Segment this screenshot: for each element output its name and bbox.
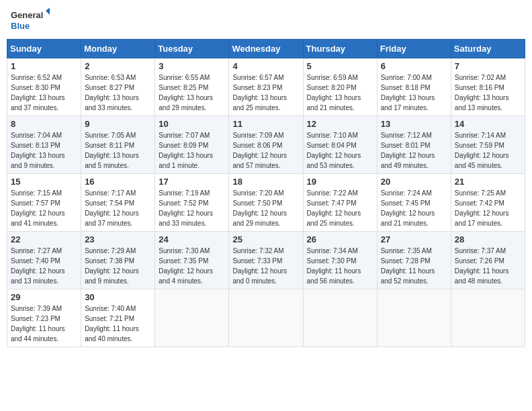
calendar-cell: 27Sunrise: 7:35 AMSunset: 7:28 PMDayligh… [377, 232, 451, 289]
day-info: Sunrise: 7:25 AMSunset: 7:42 PMDaylight:… [455, 188, 521, 228]
weekday-header-sunday: Sunday [7, 40, 81, 58]
day-number: 22 [11, 234, 77, 244]
calendar-cell: 12Sunrise: 7:10 AMSunset: 8:04 PMDayligh… [303, 116, 377, 174]
day-info: Sunrise: 7:35 AMSunset: 7:28 PMDaylight:… [381, 246, 447, 286]
day-info: Sunrise: 7:14 AMSunset: 7:59 PMDaylight:… [455, 130, 521, 171]
day-info: Sunrise: 7:02 AMSunset: 8:16 PMDaylight:… [455, 73, 521, 113]
day-info: Sunrise: 7:15 AMSunset: 7:57 PMDaylight:… [11, 188, 77, 228]
day-number: 16 [85, 177, 151, 187]
day-info: Sunrise: 6:53 AMSunset: 8:27 PMDaylight:… [85, 73, 151, 113]
calendar-table: SundayMondayTuesdayWednesdayThursdayFrid… [7, 39, 525, 347]
day-number: 30 [85, 292, 151, 302]
day-number: 25 [232, 234, 299, 244]
calendar-week-4: 22Sunrise: 7:27 AMSunset: 7:40 PMDayligh… [7, 232, 525, 289]
calendar-cell: 2Sunrise: 6:53 AMSunset: 8:27 PMDaylight… [81, 58, 155, 116]
calendar-cell: 20Sunrise: 7:24 AMSunset: 7:45 PMDayligh… [377, 174, 451, 232]
day-info: Sunrise: 7:05 AMSunset: 8:11 PMDaylight:… [85, 130, 151, 171]
day-number: 20 [381, 177, 447, 187]
day-number: 15 [11, 177, 77, 187]
day-number: 5 [307, 61, 373, 71]
calendar-cell: 19Sunrise: 7:22 AMSunset: 7:47 PMDayligh… [303, 174, 377, 232]
svg-marker-2 [46, 7, 50, 16]
day-number: 3 [159, 61, 225, 71]
day-info: Sunrise: 7:19 AMSunset: 7:52 PMDaylight:… [159, 188, 225, 228]
day-number: 23 [85, 234, 151, 244]
day-info: Sunrise: 7:40 AMSunset: 7:21 PMDaylight:… [85, 304, 151, 344]
day-info: Sunrise: 6:52 AMSunset: 8:30 PMDaylight:… [11, 73, 77, 113]
weekday-header-thursday: Thursday [303, 40, 377, 58]
day-number: 27 [381, 234, 447, 244]
day-info: Sunrise: 7:30 AMSunset: 7:35 PMDaylight:… [159, 246, 225, 286]
day-number: 9 [85, 119, 151, 129]
calendar-cell: 4Sunrise: 6:57 AMSunset: 8:23 PMDaylight… [229, 58, 303, 116]
calendar-cell: 17Sunrise: 7:19 AMSunset: 7:52 PMDayligh… [155, 174, 229, 232]
day-number: 24 [159, 234, 225, 244]
day-info: Sunrise: 7:24 AMSunset: 7:45 PMDaylight:… [381, 188, 447, 228]
calendar-cell: 8Sunrise: 7:04 AMSunset: 8:13 PMDaylight… [7, 116, 81, 174]
calendar-cell: 21Sunrise: 7:25 AMSunset: 7:42 PMDayligh… [451, 174, 525, 232]
day-info: Sunrise: 7:04 AMSunset: 8:13 PMDaylight:… [11, 130, 77, 171]
day-number: 2 [85, 61, 151, 71]
logo-svg: General Blue [9, 7, 50, 34]
calendar-cell: 15Sunrise: 7:15 AMSunset: 7:57 PMDayligh… [7, 174, 81, 232]
day-info: Sunrise: 6:57 AMSunset: 8:23 PMDaylight:… [232, 73, 299, 113]
day-info: Sunrise: 7:32 AMSunset: 7:33 PMDaylight:… [232, 246, 299, 286]
svg-text:Blue: Blue [11, 21, 30, 31]
calendar-cell: 28Sunrise: 7:37 AMSunset: 7:26 PMDayligh… [451, 232, 525, 289]
calendar-cell: 26Sunrise: 7:34 AMSunset: 7:30 PMDayligh… [303, 232, 377, 289]
logo: General Blue [9, 7, 50, 34]
day-info: Sunrise: 7:27 AMSunset: 7:40 PMDaylight:… [11, 246, 77, 286]
day-number: 14 [455, 119, 521, 129]
day-number: 13 [381, 119, 447, 129]
day-number: 12 [307, 119, 373, 129]
day-number: 11 [232, 119, 299, 129]
day-number: 10 [159, 119, 225, 129]
calendar-cell: 25Sunrise: 7:32 AMSunset: 7:33 PMDayligh… [229, 232, 303, 289]
calendar-week-3: 15Sunrise: 7:15 AMSunset: 7:57 PMDayligh… [7, 174, 525, 232]
day-info: Sunrise: 7:22 AMSunset: 7:47 PMDaylight:… [307, 188, 373, 228]
day-number: 7 [455, 61, 521, 71]
calendar-cell [229, 289, 303, 347]
day-info: Sunrise: 7:12 AMSunset: 8:01 PMDaylight:… [381, 130, 447, 171]
calendar-cell [303, 289, 377, 347]
day-info: Sunrise: 6:59 AMSunset: 8:20 PMDaylight:… [307, 73, 373, 113]
calendar-cell: 18Sunrise: 7:20 AMSunset: 7:50 PMDayligh… [229, 174, 303, 232]
calendar-cell: 30Sunrise: 7:40 AMSunset: 7:21 PMDayligh… [81, 289, 155, 347]
day-info: Sunrise: 7:17 AMSunset: 7:54 PMDaylight:… [85, 188, 151, 228]
day-number: 6 [381, 61, 447, 71]
calendar-cell: 14Sunrise: 7:14 AMSunset: 7:59 PMDayligh… [451, 116, 525, 174]
calendar-cell [377, 289, 451, 347]
calendar-week-1: 1Sunrise: 6:52 AMSunset: 8:30 PMDaylight… [7, 58, 525, 116]
weekday-header-tuesday: Tuesday [155, 40, 229, 58]
calendar-cell: 23Sunrise: 7:29 AMSunset: 7:38 PMDayligh… [81, 232, 155, 289]
weekday-header-wednesday: Wednesday [229, 40, 303, 58]
weekday-header-friday: Friday [377, 40, 451, 58]
calendar-cell: 16Sunrise: 7:17 AMSunset: 7:54 PMDayligh… [81, 174, 155, 232]
day-info: Sunrise: 6:55 AMSunset: 8:25 PMDaylight:… [159, 73, 225, 113]
weekday-header-row: SundayMondayTuesdayWednesdayThursdayFrid… [7, 40, 525, 58]
day-number: 18 [232, 177, 299, 187]
calendar-cell: 29Sunrise: 7:39 AMSunset: 7:23 PMDayligh… [7, 289, 81, 347]
calendar-cell: 1Sunrise: 6:52 AMSunset: 8:30 PMDaylight… [7, 58, 81, 116]
calendar-week-5: 29Sunrise: 7:39 AMSunset: 7:23 PMDayligh… [7, 289, 525, 347]
calendar-cell: 22Sunrise: 7:27 AMSunset: 7:40 PMDayligh… [7, 232, 81, 289]
day-number: 8 [11, 119, 77, 129]
calendar-cell: 6Sunrise: 7:00 AMSunset: 8:18 PMDaylight… [377, 58, 451, 116]
calendar-cell: 3Sunrise: 6:55 AMSunset: 8:25 PMDaylight… [155, 58, 229, 116]
calendar-cell: 24Sunrise: 7:30 AMSunset: 7:35 PMDayligh… [155, 232, 229, 289]
day-info: Sunrise: 7:39 AMSunset: 7:23 PMDaylight:… [11, 304, 77, 344]
day-info: Sunrise: 7:00 AMSunset: 8:18 PMDaylight:… [381, 73, 447, 113]
day-number: 26 [307, 234, 373, 244]
calendar-cell: 9Sunrise: 7:05 AMSunset: 8:11 PMDaylight… [81, 116, 155, 174]
calendar-cell [451, 289, 525, 347]
day-number: 21 [455, 177, 521, 187]
weekday-header-monday: Monday [81, 40, 155, 58]
calendar-cell: 11Sunrise: 7:09 AMSunset: 8:06 PMDayligh… [229, 116, 303, 174]
day-info: Sunrise: 7:10 AMSunset: 8:04 PMDaylight:… [307, 130, 373, 171]
calendar-cell: 5Sunrise: 6:59 AMSunset: 8:20 PMDaylight… [303, 58, 377, 116]
day-number: 19 [307, 177, 373, 187]
calendar-cell: 13Sunrise: 7:12 AMSunset: 8:01 PMDayligh… [377, 116, 451, 174]
page-header: General Blue [7, 7, 525, 34]
svg-text:General: General [11, 10, 43, 20]
calendar-cell: 10Sunrise: 7:07 AMSunset: 8:09 PMDayligh… [155, 116, 229, 174]
